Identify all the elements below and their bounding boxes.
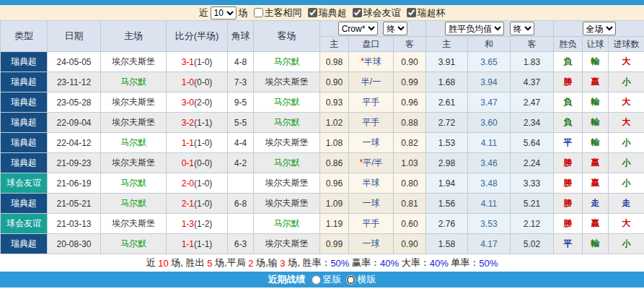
- euro-draw-odds-cell: 4.17: [468, 234, 511, 254]
- score-cell: 0-1(0-0): [167, 153, 228, 173]
- euro-home-odds-cell: 2.72: [426, 113, 468, 133]
- summary-segment: 大率：: [399, 256, 430, 269]
- asia-home-odds-cell: 1.08: [320, 133, 349, 153]
- same-home-away-checkbox[interactable]: [254, 8, 263, 17]
- asia-handicap-cell: *平/半: [349, 153, 394, 173]
- euro-away-odds-cell: 5.21: [511, 194, 554, 214]
- summary-segment: 5: [207, 258, 212, 269]
- handicap-result-cell: 贏: [583, 214, 609, 234]
- summary-segment: 50%: [479, 258, 498, 269]
- away-team-cell: 埃尔夫斯堡: [254, 173, 320, 194]
- corner-cell: 4-4: [228, 133, 254, 153]
- europe-odds-type-select[interactable]: 胜平负均值: [445, 22, 504, 35]
- away-team-cell: 马尔默: [254, 153, 320, 173]
- outcome-cell: 勝: [554, 72, 583, 92]
- col-header-type: 类型: [1, 21, 48, 52]
- league-type-cell: 瑞典超: [1, 92, 48, 113]
- handicap-result-cell: 輸: [583, 52, 609, 72]
- league-checkbox-allsvenskan[interactable]: [308, 8, 317, 17]
- league-type-cell: 瑞典超: [1, 153, 48, 173]
- euro-draw-odds-cell: 4.11: [468, 194, 511, 214]
- asia-handicap-cell: 平手: [349, 214, 394, 234]
- europe-odds-group-header: 胜平负均值 终: [426, 21, 554, 37]
- away-team-cell: 埃尔夫斯堡: [254, 194, 320, 214]
- europe-time-select[interactable]: 终: [510, 22, 534, 35]
- corner-cell: 7-3: [228, 72, 254, 92]
- goals-result-cell: 大: [609, 52, 644, 72]
- score-cell: 2-1(1-0): [167, 194, 228, 214]
- goals-result-cell: 走: [609, 194, 644, 214]
- score-cell: 3-1(1-0): [167, 52, 228, 72]
- footer-title: 近期战绩: [268, 273, 306, 286]
- asia-away-odds-cell: 0.90: [394, 234, 426, 254]
- col-header-asia-home: 主: [320, 37, 349, 52]
- match-history-panel: 近 10 场 主客相同 瑞典超 球会友谊 瑞超杯 类型 日期 主场 比分(半场): [0, 0, 644, 294]
- match-history-table: 类型 日期 主场 比分(半场) 角球 客场 Crow* 终 胜平负均值: [0, 20, 644, 254]
- league-label-cup[interactable]: 瑞超杯: [418, 7, 446, 20]
- vertical-layout-label[interactable]: 竖版: [323, 273, 342, 286]
- league-label-friendly[interactable]: 球会友谊: [363, 7, 401, 20]
- league-type-cell: 球会友谊: [1, 214, 48, 234]
- score-cell: 2-0(1-0): [167, 173, 228, 194]
- date-cell: 21-03-13: [48, 214, 101, 234]
- summary-segment: 场,输: [253, 256, 280, 269]
- summary-segment: 近: [146, 256, 159, 269]
- euro-home-odds-cell: 1.68: [426, 72, 468, 92]
- away-team-cell: 马尔默: [254, 113, 320, 133]
- outcome-cell: 勝: [554, 173, 583, 194]
- summary-segment: 场, 胜率：: [286, 256, 331, 269]
- goals-result-cell: 大: [609, 92, 644, 113]
- league-checkbox-friendly[interactable]: [353, 8, 362, 17]
- euro-draw-odds-cell: 3.46: [468, 153, 511, 173]
- col-header-date: 日期: [48, 21, 101, 52]
- euro-home-odds-cell: 1.58: [426, 234, 468, 254]
- date-cell: 24-05-05: [48, 52, 101, 72]
- scope-select[interactable]: 全场: [583, 22, 616, 35]
- euro-home-odds-cell: 2.61: [426, 92, 468, 113]
- same-home-away-label[interactable]: 主客相同: [265, 7, 302, 20]
- euro-away-odds-cell: 1.83: [511, 52, 554, 72]
- asia-away-odds-cell: 0.82: [394, 133, 426, 153]
- euro-home-odds-cell: 1.53: [426, 133, 468, 153]
- asia-handicap-cell: *半球: [349, 52, 394, 72]
- outcome-cell: 負: [554, 113, 583, 133]
- asia-time-select[interactable]: 终: [383, 22, 407, 35]
- asia-home-odds-cell: 0.93: [320, 92, 349, 113]
- col-header-away: 客场: [254, 21, 320, 52]
- match-count-select[interactable]: 10: [211, 7, 237, 20]
- away-team-cell: 埃尔夫斯堡: [254, 133, 320, 153]
- bookmaker-select[interactable]: Crow*: [338, 22, 378, 35]
- away-team-cell: 埃尔夫斯堡: [254, 234, 320, 254]
- handicap-result-cell: 贏: [583, 173, 609, 194]
- asia-away-odds-cell: 0.99: [394, 72, 426, 92]
- league-label-allsvenskan[interactable]: 瑞典超: [319, 7, 347, 20]
- handicap-result-cell: 輸: [583, 133, 609, 153]
- goals-result-cell: 小: [609, 173, 644, 194]
- horizontal-layout-label[interactable]: 横版: [358, 273, 376, 286]
- table-row: 瑞典超 23-05-28 埃尔夫斯堡 3-0(2-0) 9-5 马尔默 0.93…: [1, 92, 644, 113]
- date-cell: 21-06-19: [48, 173, 101, 194]
- euro-home-odds-cell: 1.56: [426, 194, 468, 214]
- table-row: 球会友谊 21-03-13 埃尔夫斯堡 1-3(1-2) 马尔默 1.19 平手…: [1, 214, 644, 234]
- euro-home-odds-cell: 3.91: [426, 52, 468, 72]
- corner-cell: 6-8: [228, 194, 254, 214]
- top-accent-bar: [0, 0, 644, 5]
- table-row: 球会友谊 21-06-19 马尔默 2-0(1-0) 埃尔夫斯堡 0.96 半球…: [1, 173, 644, 194]
- table-row: 瑞典超 22-09-04 埃尔夫斯堡 3-2(1-1) 5-5 马尔默 1.02…: [1, 113, 644, 133]
- outcome-cell: 負: [554, 92, 583, 113]
- col-header-handicap: 盘口: [349, 37, 394, 52]
- horizontal-layout-radio[interactable]: [346, 275, 356, 285]
- league-checkbox-cup[interactable]: [407, 8, 416, 17]
- summary-segment: 场,平局: [212, 256, 248, 269]
- table-row: 瑞典超 20-08-30 马尔默 1-1(1-1) 6-3 埃尔夫斯堡 0.99…: [1, 234, 644, 254]
- asia-away-odds-cell: 0.80: [394, 173, 426, 194]
- corner-cell: [228, 214, 254, 234]
- euro-draw-odds-cell: 4.11: [468, 133, 511, 153]
- vertical-layout-radio[interactable]: [312, 275, 321, 285]
- near-label: 近: [199, 7, 208, 20]
- home-team-cell: 埃尔夫斯堡: [101, 113, 167, 133]
- score-cell: 3-0(2-0): [167, 92, 228, 113]
- outcome-cell: 勝: [554, 194, 583, 214]
- filter-bar: 近 10 场 主客相同 瑞典超 球会友谊 瑞超杯: [0, 5, 644, 20]
- asia-handicap-cell: 一球: [349, 133, 394, 153]
